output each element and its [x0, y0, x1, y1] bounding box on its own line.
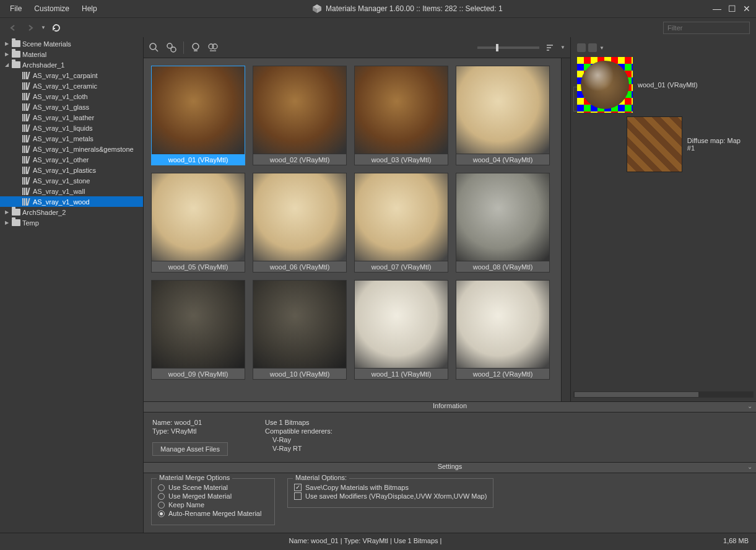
thumbnail-preview [253, 281, 346, 368]
material-thumbnail[interactable]: wood_05 (VRayMtl) [151, 173, 245, 273]
thumbnail-preview [152, 66, 245, 154]
material-name-label: wood_01 (VRayMtl) [638, 81, 698, 89]
thumbnail-caption: wood_07 (VRayMtl) [355, 261, 448, 272]
material-thumbnail[interactable]: wood_10 (VRayMtl) [253, 280, 347, 380]
material-thumbnail[interactable]: wood_04 (VRayMtl) [456, 66, 550, 165]
tree-scene-materials[interactable]: ▶Scene Materials [0, 38, 143, 49]
nav-forward-button[interactable] [24, 21, 37, 35]
maximize-button[interactable]: ☐ [726, 4, 737, 14]
material-options-legend: Material Options: [293, 474, 349, 481]
radio-use-merged[interactable]: Use Merged Material [158, 492, 268, 500]
sort-dropdown-icon[interactable]: ▼ [560, 45, 565, 50]
tree-item[interactable]: AS_vray_v1_glass [0, 102, 143, 112]
thumbnail-caption: wood_06 (VRayMtl) [253, 261, 346, 272]
thumbnail-preview [456, 281, 549, 368]
tree-item[interactable]: AS_vray_v1_carpaint [0, 70, 143, 81]
material-thumbnail[interactable]: wood_02 (VRayMtl) [253, 66, 347, 165]
tree-item[interactable]: AS_vray_v1_minerals&gemstone [0, 144, 143, 154]
scrollbar-track[interactable] [563, 59, 569, 400]
minimize-button[interactable]: — [711, 4, 723, 14]
assign-to-selection-icon[interactable] [149, 42, 160, 53]
inspector-scrollbar[interactable] [573, 391, 754, 398]
menu-help[interactable]: Help [76, 2, 103, 15]
thumbnail-preview [152, 281, 245, 368]
inspector-map-row[interactable]: Diffuse map: Map #1 [627, 116, 750, 172]
material-thumbnail[interactable]: wood_03 (VRayMtl) [354, 66, 448, 165]
info-type: Type: VRayMtl [152, 427, 228, 435]
material-thumbnail[interactable]: wood_08 (VRayMtl) [456, 173, 550, 273]
library-icon [22, 93, 31, 100]
tree-temp[interactable]: ▶Temp [0, 217, 143, 228]
material-thumbnail[interactable]: wood_11 (VRayMtl) [354, 280, 448, 380]
thumbnail-preview [456, 66, 549, 154]
merge-options-fieldset: Material Merge Options Use Scene Materia… [151, 478, 275, 525]
library-icon [22, 146, 31, 153]
info-renderer: V-Ray [265, 436, 332, 443]
titlebar: File Customize Help Materials Manager 1.… [0, 0, 756, 17]
tree-item[interactable]: AS_vray_v1_cloth [0, 91, 143, 102]
sidebar: ▶Scene Materials ▶Material ◢Archshader_1… [0, 37, 144, 533]
library-icon [22, 103, 31, 111]
settings-header[interactable]: Settings⌄ [144, 462, 756, 473]
inspector-tool-icon[interactable] [577, 43, 586, 52]
menu-customize[interactable]: Customize [28, 2, 76, 15]
inspector-tool-icon[interactable] [588, 43, 597, 52]
tree-item-selected[interactable]: AS_vray_v1_wood [0, 196, 143, 207]
tree-item[interactable]: AS_vray_v1_other [0, 154, 143, 165]
tree-item[interactable]: AS_vray_v1_liquids [0, 123, 143, 133]
library-icon [22, 124, 31, 132]
thumbnail-preview [355, 281, 448, 368]
radio-keep-name[interactable]: Keep Name [158, 501, 268, 509]
tree-item[interactable]: AS_vray_v1_wall [0, 186, 143, 196]
assign-to-object-icon[interactable] [166, 42, 177, 53]
svg-point-5 [171, 47, 176, 52]
menu-bar: File Customize Help [4, 2, 103, 15]
information-header[interactable]: Information⌄ [144, 401, 756, 412]
info-renderer: V-Ray RT [265, 445, 332, 452]
tree-item[interactable]: AS_vray_v1_ceramic [0, 81, 143, 91]
tree-archshader-2[interactable]: ▶ArchShader_2 [0, 207, 143, 217]
material-options-fieldset: Material Options: ✓Save\Copy Materials w… [287, 478, 493, 508]
tree-item[interactable]: AS_vray_v1_plastics [0, 165, 143, 175]
sort-icon[interactable] [544, 42, 555, 53]
material-thumbnail[interactable]: wood_07 (VRayMtl) [354, 173, 448, 273]
settings-body: Material Merge Options Use Scene Materia… [144, 473, 756, 533]
checkbox-save-copy[interactable]: ✓Save\Copy Materials with Bitmaps [294, 484, 487, 491]
material-thumbnail[interactable]: wood_01 (VRayMtl) [151, 66, 245, 165]
chevron-down-icon: ⌄ [747, 463, 752, 470]
refresh-button[interactable] [50, 21, 63, 35]
material-thumbnail[interactable]: wood_06 (VRayMtl) [253, 173, 347, 273]
radio-use-scene[interactable]: Use Scene Material [158, 484, 268, 491]
filter-input[interactable] [663, 22, 750, 34]
tree-item[interactable]: AS_vray_v1_metals [0, 133, 143, 144]
tree-item[interactable]: AS_vray_v1_leather [0, 112, 143, 123]
nav-dropdown-icon[interactable]: ▼ [41, 25, 46, 30]
radio-auto-rename[interactable]: Auto-Rename Merged Material [158, 510, 268, 517]
inspector-material-row[interactable]: wood_01 (VRayMtl) [577, 57, 750, 113]
status-filesize: 1,68 MB [723, 537, 749, 544]
put-all-to-editor-icon[interactable] [207, 42, 219, 53]
material-thumbnail[interactable]: wood_09 (VRayMtl) [151, 280, 245, 380]
library-icon [22, 135, 31, 142]
zoom-slider[interactable] [477, 46, 539, 49]
folder-icon [12, 51, 20, 58]
nav-back-button[interactable] [6, 21, 20, 35]
close-button[interactable]: ✕ [741, 4, 752, 14]
tree-material[interactable]: ▶Material [0, 49, 143, 59]
thumbnail-grid: wood_01 (VRayMtl)wood_02 (VRayMtl)wood_0… [144, 58, 570, 401]
scrollbar-thumb[interactable] [575, 392, 698, 397]
manage-asset-files-button[interactable]: Manage Asset Files [152, 442, 228, 456]
window-title: Materials Manager 1.60.00 :: Items: 282 … [103, 4, 711, 14]
library-icon [22, 114, 31, 121]
inspector-dropdown-icon[interactable]: ▼ [599, 45, 604, 51]
tree-archshader-1[interactable]: ◢Archshader_1 [0, 59, 143, 70]
thumbnail-caption: wood_12 (VRayMtl) [456, 368, 549, 379]
map-thumbnail [627, 116, 682, 172]
tree-item[interactable]: AS_vray_v1_stone [0, 175, 143, 186]
menu-file[interactable]: File [4, 2, 28, 15]
thumbnail-preview [355, 173, 448, 261]
checkbox-use-modifiers[interactable]: Use saved Modifiers (VRayDisplace,UVW Xf… [294, 492, 487, 500]
scrollbar-thumb[interactable] [563, 59, 569, 282]
material-thumbnail[interactable]: wood_12 (VRayMtl) [456, 280, 550, 380]
put-to-editor-icon[interactable] [190, 42, 201, 53]
